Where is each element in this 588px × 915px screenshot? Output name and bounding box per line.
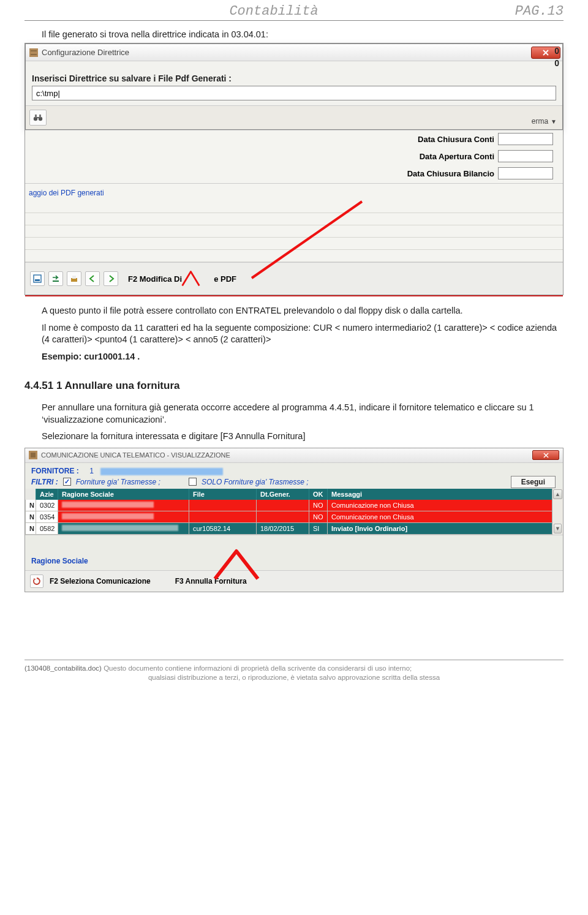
window-title-2: COMUNICAZIONE UNICA TELEMATICO - VISUALI… bbox=[41, 451, 532, 459]
refresh-button[interactable] bbox=[30, 574, 43, 588]
intro-text: Il file generato si trova nella direttri… bbox=[42, 29, 564, 39]
footer-line2: qualsiasi distribuzione a terzi, o ripro… bbox=[24, 673, 564, 682]
label-data-chiusura-conti: Data Chiusura Conti bbox=[418, 135, 494, 144]
f3-annulla-button[interactable]: F3 Annulla Fornitura bbox=[175, 577, 247, 586]
footer-filename: (130408_contabilita.doc) bbox=[24, 665, 102, 672]
footer: (130408_contabilita.doc) Questo document… bbox=[0, 664, 588, 691]
app-icon bbox=[29, 48, 38, 57]
heading-4-4-51: 4.4.51 1 Annullare una fornitura bbox=[24, 380, 564, 392]
tool-next-arrow[interactable] bbox=[104, 271, 118, 286]
tool-icon-3[interactable] bbox=[67, 271, 81, 286]
svg-rect-2 bbox=[35, 115, 37, 118]
svg-rect-3 bbox=[39, 115, 41, 118]
value-box-1: 0 bbox=[554, 46, 559, 56]
config-direttrice-dialog: Configurazione Direttrice Inserisci Dire… bbox=[25, 43, 563, 130]
dropdown-partial[interactable]: erma▼ bbox=[532, 117, 557, 126]
grid-scrollbar[interactable]: ▲ ▼ bbox=[552, 489, 563, 535]
doc-title: Contabilità bbox=[229, 4, 318, 19]
ragione-sociale-label: Ragione Sociale bbox=[31, 557, 88, 565]
opt-solo-trasmesse: SOLO Forniture gia' Trasmesse ; bbox=[202, 478, 309, 486]
fornitore-blur bbox=[100, 468, 223, 475]
scroll-down-icon[interactable]: ▼ bbox=[554, 524, 562, 533]
para-esempio: Esempio: cur10001.14 . bbox=[42, 351, 564, 363]
tool-prev-arrow[interactable] bbox=[85, 271, 100, 286]
table-row[interactable]: N 0302 NO Comunicazione non Chiusa bbox=[25, 500, 563, 511]
fornitore-label: FORNITORE : bbox=[31, 467, 79, 475]
value-box-2: 0 bbox=[554, 58, 559, 68]
opt-forniture-trasmesse: Forniture gia' Trasmesse ; bbox=[76, 478, 160, 486]
scroll-up-icon[interactable]: ▲ bbox=[553, 489, 562, 499]
grid-header: Azie Ragione Sociale File Dt.Gener. OK M… bbox=[25, 489, 563, 500]
label-data-apertura-conti: Data Apertura Conti bbox=[420, 152, 494, 161]
footer-rule bbox=[24, 660, 564, 660]
close-button-2[interactable] bbox=[532, 450, 559, 460]
table-row[interactable]: N 0582 cur10582.14 18/02/2015 SI Inviato… bbox=[25, 523, 563, 535]
screenshot-2: COMUNICAZIONE UNICA TELEMATICO - VISUALI… bbox=[24, 448, 564, 592]
table-row[interactable]: N 0354 NO Comunicazione non Chiusa bbox=[25, 511, 563, 523]
field-data-chiusura-bilancio[interactable] bbox=[498, 167, 553, 179]
filtri-label: FILTRI : bbox=[31, 478, 58, 486]
binoculars-button[interactable] bbox=[29, 110, 47, 126]
header-rule bbox=[24, 20, 564, 21]
f2-seleziona-button[interactable]: F2 Seleziona Comunicazione bbox=[50, 577, 151, 586]
field-data-chiusura-conti[interactable] bbox=[498, 133, 553, 145]
para-composizione: Il nome è composto da 11 caratteri ed ha… bbox=[42, 322, 564, 346]
path-prompt-label: Inserisci Direttrice su salvare i File P… bbox=[32, 73, 556, 83]
doc-page: PAG.13 bbox=[515, 4, 564, 19]
path-input[interactable] bbox=[32, 86, 556, 100]
para-annullare-2: Selezionare la fornitura interessata e d… bbox=[42, 431, 564, 443]
para-entratel: A questo punto il file potrà essere cont… bbox=[42, 305, 564, 317]
svg-rect-9 bbox=[72, 276, 76, 279]
dialog-title: Configurazione Direttrice bbox=[42, 48, 525, 57]
screenshot-1: Configurazione Direttrice Inserisci Dire… bbox=[24, 43, 564, 295]
field-data-apertura-conti[interactable] bbox=[498, 150, 553, 162]
f2-modifica-label[interactable]: F2 Modifica Di e PDF bbox=[128, 266, 236, 291]
tool-icon-1[interactable] bbox=[30, 271, 45, 286]
svg-rect-7 bbox=[53, 281, 59, 282]
svg-rect-6 bbox=[35, 279, 40, 281]
footer-line1: Questo documento contiene informazioni d… bbox=[102, 665, 412, 672]
label-data-chiusura-bilancio: Data Chiusura Bilancio bbox=[407, 169, 494, 178]
red-underline bbox=[25, 295, 563, 296]
svg-rect-5 bbox=[34, 275, 41, 282]
checkbox-solo-trasmesse[interactable] bbox=[189, 478, 197, 486]
esegui-button[interactable]: Esegui bbox=[511, 476, 556, 488]
svg-rect-4 bbox=[37, 117, 39, 118]
pdf-generati-label: aggio dei PDF generati bbox=[25, 185, 563, 201]
checkbox-forniture-trasmesse[interactable]: ✓ bbox=[63, 478, 71, 486]
app-icon-2 bbox=[29, 451, 37, 459]
fornitore-value: 1 bbox=[89, 467, 94, 475]
tool-icon-2[interactable] bbox=[48, 271, 63, 286]
para-annullare-1: Per annullare una fornitura già generata… bbox=[42, 402, 564, 426]
